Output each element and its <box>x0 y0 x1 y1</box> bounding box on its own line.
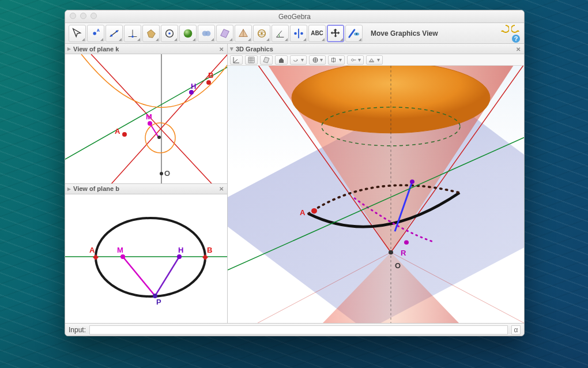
close-window-button[interactable] <box>70 13 76 19</box>
minimize-window-button[interactable] <box>80 13 86 19</box>
left-column: ▸ View of plane k ✕ <box>65 44 228 323</box>
point-label-H: H <box>191 82 196 90</box>
svg-point-36 <box>148 121 152 126</box>
svg-marker-43 <box>93 254 99 260</box>
tool-show-hide[interactable] <box>345 25 363 42</box>
panel-title: 3D Graphics <box>236 46 273 52</box>
selected-tool-label: Move Graphics View <box>371 29 438 37</box>
panel-header-plane-b: ▸ View of plane b ✕ <box>65 184 227 194</box>
panel-title: View of plane b <box>73 185 119 192</box>
svg-point-40 <box>96 218 205 296</box>
panel-title: View of plane k <box>73 46 119 52</box>
command-input[interactable] <box>89 325 508 335</box>
window-controls <box>70 13 97 19</box>
tool-text[interactable]: ABC <box>308 25 326 42</box>
disclosure-icon[interactable]: ▸ <box>67 45 71 52</box>
toggle-plane-button[interactable] <box>260 55 273 65</box>
svg-point-3 <box>111 34 113 36</box>
svg-rect-53 <box>370 61 374 62</box>
main-toolbar: A ABC Move Graphics View ? <box>65 23 524 44</box>
tool-point[interactable]: A <box>87 25 104 42</box>
tool-circle[interactable] <box>161 25 178 42</box>
projection-button[interactable]: ▾ <box>309 55 326 65</box>
plane-k-view[interactable]: A B H M O <box>65 54 227 184</box>
close-panel-button[interactable]: ✕ <box>514 45 522 53</box>
disclosure-icon[interactable]: ▸ <box>67 185 71 193</box>
svg-point-24 <box>356 33 357 35</box>
svg-point-63 <box>311 208 317 214</box>
tool-sphere[interactable] <box>179 25 197 42</box>
view-options-button[interactable]: ▾ <box>366 55 383 65</box>
undo-button[interactable] <box>500 24 509 33</box>
close-panel-button[interactable]: ✕ <box>217 185 225 193</box>
toolbar-right-icons: ? <box>500 24 521 43</box>
close-panel-button[interactable]: ✕ <box>217 45 225 53</box>
svg-point-65 <box>404 240 409 245</box>
view-direction-button[interactable]: ▾ <box>347 55 364 65</box>
svg-point-18 <box>261 32 263 35</box>
zoom-window-button[interactable] <box>91 13 97 19</box>
panel-header-3d: ▾ 3D Graphics ✕ <box>228 44 524 54</box>
tool-angle[interactable] <box>272 25 289 42</box>
svg-text:A: A <box>97 28 100 33</box>
point-label-A-3d: A <box>300 209 305 216</box>
svg-point-35 <box>189 90 194 95</box>
input-label: Input: <box>69 326 86 334</box>
plane-b-view[interactable]: A B M H P <box>65 194 227 324</box>
panel-header-plane-k: ▸ View of plane k ✕ <box>65 44 227 54</box>
point-label-B: B <box>207 246 212 254</box>
tool-move-view[interactable] <box>327 25 344 42</box>
view3d-canvas[interactable]: A O R <box>228 66 524 323</box>
svg-marker-48 <box>263 57 269 63</box>
svg-point-34 <box>206 80 211 85</box>
svg-point-64 <box>389 250 393 255</box>
svg-point-33 <box>122 132 127 137</box>
tool-plane[interactable] <box>216 25 233 42</box>
tool-line[interactable] <box>105 25 123 42</box>
help-button[interactable]: ? <box>511 34 521 43</box>
svg-point-22 <box>300 32 303 35</box>
window-title: GeoGebra <box>278 13 311 21</box>
svg-point-4 <box>116 30 118 32</box>
svg-point-37 <box>157 136 161 139</box>
content-area: ▸ View of plane k ✕ <box>65 44 524 323</box>
svg-point-21 <box>294 32 297 35</box>
symbol-keyboard-button[interactable]: α <box>511 325 521 335</box>
svg-point-38 <box>160 172 163 175</box>
svg-point-45 <box>120 254 125 259</box>
app-window: GeoGebra A ABC Move Graphics View ? <box>65 10 525 336</box>
point-label-B: B <box>208 72 213 79</box>
tool-polygon[interactable] <box>142 25 160 42</box>
toggle-grid-button[interactable] <box>245 55 258 65</box>
svg-marker-14 <box>221 29 229 37</box>
point-label-M: M <box>117 246 123 254</box>
point-label-O-3d: O <box>395 262 401 269</box>
tool-reflect[interactable] <box>290 25 307 42</box>
home-view-button[interactable] <box>275 55 288 65</box>
point-label-H: H <box>178 246 183 254</box>
svg-point-46 <box>177 254 182 259</box>
svg-marker-44 <box>202 254 208 260</box>
tool-move[interactable] <box>69 25 86 42</box>
tool-net[interactable] <box>253 25 270 42</box>
start-rotation-button[interactable]: ▾ <box>290 55 307 65</box>
point-label-A: A <box>89 246 95 254</box>
tool-intersect-surfaces[interactable] <box>198 25 215 42</box>
tool-perpendicular[interactable] <box>124 25 141 42</box>
point-label-R-3d: R <box>401 249 406 257</box>
svg-point-66 <box>410 179 414 184</box>
tool-pyramid[interactable] <box>235 25 252 42</box>
point-label-A: A <box>115 127 120 135</box>
disclosure-icon[interactable]: ▾ <box>230 45 233 52</box>
redo-button[interactable] <box>511 24 521 33</box>
svg-line-42 <box>155 257 179 296</box>
svg-line-41 <box>123 257 155 296</box>
point-label-M: M <box>146 113 152 121</box>
input-bar: Input: α <box>65 323 524 336</box>
svg-marker-8 <box>148 29 156 37</box>
toggle-axes-button[interactable] <box>230 55 243 65</box>
view3d-toolbar: ▾ ▾ ▾ ▾ ▾ <box>228 54 524 66</box>
titlebar: GeoGebra <box>65 10 524 23</box>
svg-point-10 <box>168 32 171 35</box>
clipping-button[interactable]: ▾ <box>328 55 345 65</box>
